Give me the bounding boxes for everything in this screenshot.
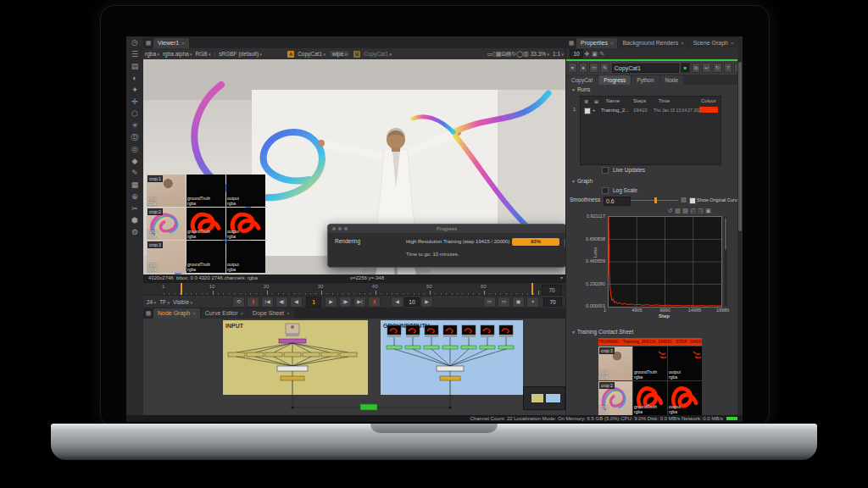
max-panels-field[interactable]: 10 bbox=[570, 49, 583, 58]
run-name[interactable]: Training_2... bbox=[601, 108, 629, 113]
sheet-cell-output[interactable]: outputrgba bbox=[226, 208, 265, 240]
zoom-in-icon[interactable]: ▧ bbox=[674, 207, 682, 214]
zoom-dropdown[interactable]: 33.3% bbox=[531, 51, 549, 57]
close-icon[interactable]: × bbox=[610, 41, 614, 46]
sheet-cell-output[interactable]: outputrgba bbox=[226, 241, 265, 273]
channel-icon[interactable]: ▤ bbox=[126, 60, 143, 72]
training-contact-sheet[interactable]: crop 3inputrgbagroundTruthrgbaoutputrgba… bbox=[598, 347, 703, 415]
lock-range-icon[interactable]: ▣ bbox=[512, 297, 525, 308]
list-icon[interactable]: ≣ bbox=[584, 98, 588, 104]
step-forward-button[interactable]: ▶ bbox=[325, 297, 337, 308]
viewer-canvas[interactable]: crop 1inputrgbagroundTruthrgbaoutputrgba… bbox=[143, 59, 565, 274]
contact-sheet-header[interactable]: ▼Training Contact Sheet bbox=[571, 329, 633, 335]
tab-curve-editor[interactable]: Curve Editor× bbox=[201, 308, 248, 319]
tab-properties[interactable]: Properties× bbox=[576, 38, 617, 48]
fit-width-icon[interactable]: ◰ bbox=[689, 207, 697, 214]
run-colour-swatch[interactable] bbox=[699, 107, 718, 113]
runs-table[interactable]: ≣⊞NameStepsTimeColour+Training_2...19410… bbox=[580, 96, 721, 165]
show-original-row[interactable] bbox=[689, 197, 696, 204]
dag-minimap[interactable] bbox=[523, 386, 565, 410]
sheet-cell-groundTruth[interactable]: groundTruthrgba bbox=[633, 381, 667, 415]
keyer-icon[interactable]: ✎ bbox=[126, 167, 143, 179]
color-icon[interactable]: ◐ bbox=[126, 72, 143, 84]
node-tab-copycat[interactable]: CopyCat bbox=[566, 75, 598, 85]
edit-icon[interactable]: ✂ bbox=[126, 202, 143, 214]
range-marker-icon[interactable]: ▮ bbox=[247, 297, 259, 308]
roi-icon[interactable]: ▥ bbox=[523, 51, 529, 57]
timeclip-icon[interactable]: ⊕ bbox=[126, 191, 143, 202]
sheet-cell-input[interactable]: crop 3inputrgba bbox=[598, 347, 632, 380]
graph-scrollbar[interactable] bbox=[724, 216, 727, 306]
views-icon[interactable]: ◎ bbox=[126, 143, 143, 155]
checkerboard-icon[interactable]: ▩ bbox=[496, 51, 502, 57]
tab-node-graph[interactable]: Node Graph× bbox=[153, 308, 200, 319]
close-icon[interactable]: × bbox=[192, 311, 196, 316]
close-icon[interactable]: × bbox=[681, 41, 684, 46]
layer-dropdown[interactable]: rgba bbox=[145, 51, 159, 57]
frame-increment-field[interactable]: 10 bbox=[404, 297, 420, 307]
undo-zoom-icon[interactable]: ↺ bbox=[666, 207, 674, 214]
close-icon[interactable] bbox=[332, 227, 336, 230]
close-icon[interactable]: × bbox=[731, 41, 734, 46]
slider-handle[interactable] bbox=[654, 197, 657, 203]
sheet-cell-input[interactable]: crop 2inputrgba bbox=[147, 208, 186, 240]
expand-icon[interactable]: + bbox=[593, 108, 596, 113]
revert-icon[interactable]: ↻ bbox=[713, 63, 722, 73]
input-a-dropdown[interactable]: CopyCat1 bbox=[298, 51, 326, 57]
viewer-contact-sheet-overlay[interactable]: crop 1inputrgbagroundTruthrgbaoutputrgba… bbox=[147, 175, 266, 274]
column-header-colour[interactable]: Colour bbox=[701, 98, 716, 103]
sync-b-icon[interactable]: ▭ bbox=[498, 297, 510, 308]
undo-icon[interactable]: ↩ bbox=[702, 63, 711, 73]
node-swatch-icon[interactable]: ● bbox=[579, 63, 588, 73]
proxy-dropdown[interactable]: 1:1 bbox=[553, 51, 564, 57]
draw-icon[interactable]: ☰ bbox=[126, 48, 143, 60]
sheet-cell-input[interactable]: crop 2inputrgba bbox=[598, 381, 632, 415]
sheet-cell-groundTruth[interactable]: groundTruthrgba bbox=[186, 208, 225, 240]
column-header-steps[interactable]: Steps bbox=[633, 98, 646, 103]
close-icon[interactable]: × bbox=[241, 311, 244, 316]
eraser-icon[interactable]: ✎ bbox=[598, 50, 606, 58]
node-color-icon[interactable]: ▾ bbox=[568, 63, 577, 73]
visibility-dropdown[interactable]: Visible bbox=[173, 299, 192, 305]
help-icon[interactable]: ? bbox=[724, 63, 733, 73]
stop-button[interactable]: ▮ bbox=[368, 297, 381, 308]
pause-icon[interactable]: ◯ bbox=[516, 51, 523, 57]
log-scale-checkbox[interactable] bbox=[602, 187, 609, 194]
particles-icon[interactable]: ✳ bbox=[126, 119, 143, 131]
transform-icon[interactable]: ✛ bbox=[126, 96, 143, 108]
playback-warning-icon[interactable]: ▾ bbox=[526, 297, 539, 308]
sheet-cell-groundTruth[interactable]: groundTruthrgba bbox=[186, 241, 225, 273]
sheet-cell-groundTruth[interactable]: groundTruthrgba bbox=[186, 175, 225, 207]
step-back-button[interactable]: ◀ bbox=[290, 297, 303, 308]
tab-background-renders[interactable]: Background Renders× bbox=[618, 38, 687, 48]
settings-icon[interactable]: ⚙ bbox=[126, 226, 143, 238]
live-indicator-icon[interactable]: ■ bbox=[681, 63, 690, 73]
pane-menu-icon[interactable]: ▦ bbox=[566, 38, 576, 48]
sheet-cell-input[interactable]: crop 3inputrgba bbox=[147, 241, 186, 273]
toolsets-icon[interactable]: ⬢ bbox=[126, 214, 143, 226]
deep-icon[interactable]: Ⓓ bbox=[126, 131, 143, 143]
pane-menu-icon[interactable]: ▦ bbox=[143, 308, 153, 319]
zoom-icon[interactable] bbox=[344, 227, 348, 230]
show-original-checkbox[interactable] bbox=[689, 197, 696, 204]
sheet-cell-output[interactable]: outputrgba bbox=[668, 347, 702, 380]
pin-icon[interactable]: ▣ bbox=[591, 50, 598, 58]
graph-section-header[interactable]: ▼Graph bbox=[571, 178, 593, 184]
fps-dropdown[interactable]: 24 bbox=[147, 299, 156, 305]
column-header-time[interactable]: Time bbox=[659, 98, 670, 103]
panel-scrollbar[interactable] bbox=[737, 36, 743, 422]
time-icon[interactable]: ◷ bbox=[126, 36, 143, 48]
expression-icon[interactable]: ✎ bbox=[600, 63, 609, 73]
goto-start-button[interactable]: |◀ bbox=[261, 297, 274, 308]
wipe-dropdown[interactable]: wipe bbox=[329, 50, 350, 58]
tf-dropdown[interactable]: TF bbox=[159, 299, 170, 305]
zoom-out-icon[interactable]: ▨ bbox=[682, 207, 689, 214]
chevron-down-icon[interactable]: ▾ bbox=[560, 274, 563, 282]
3d-icon[interactable]: ⬡ bbox=[126, 108, 143, 119]
floating-icon[interactable]: ▭ bbox=[589, 63, 598, 73]
playback-end-field[interactable]: 70 bbox=[543, 297, 562, 307]
tab-scene-graph[interactable]: Scene Graph× bbox=[689, 38, 738, 48]
sheet-cell-output[interactable]: outputrgba bbox=[668, 381, 702, 415]
hand-icon[interactable]: ✥ bbox=[583, 50, 591, 58]
viewer-process-dropdown[interactable]: sRGBF (default) bbox=[219, 51, 262, 57]
